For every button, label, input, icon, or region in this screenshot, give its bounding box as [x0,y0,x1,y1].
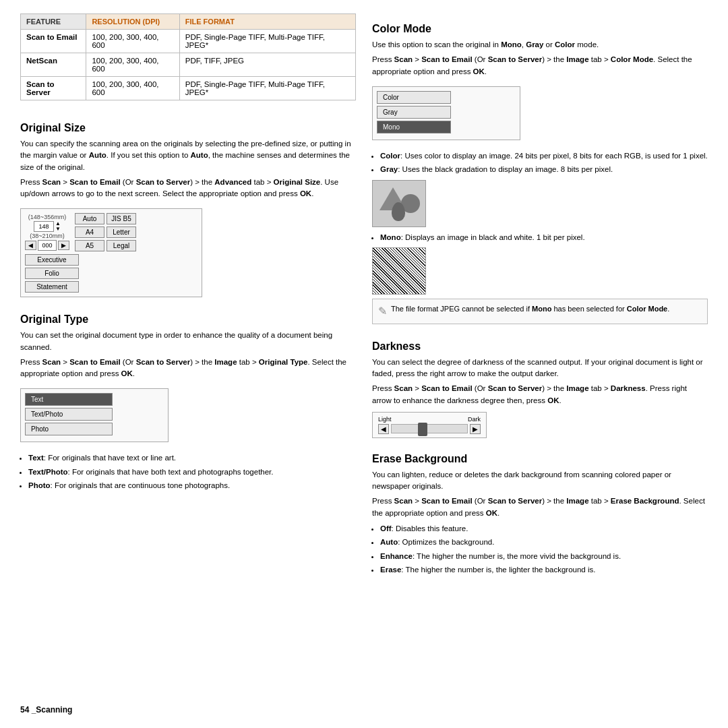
slider-thumb[interactable] [418,423,427,436]
row2-feature: NetScan [21,53,86,77]
slider-left-arrow[interactable]: ◀ [378,424,389,434]
darkness-body1: You can select the degree of darkness of… [372,357,708,380]
page-number: 54 _Scanning [20,705,72,715]
color-mode-mockup: Color Gray Mono [372,86,520,140]
color-mode-title: Color Mode [372,23,708,35]
original-type-mockup: Text Text/Photo Photo [20,388,169,442]
text-btn[interactable]: Text [25,393,113,406]
row1-resolution: 100, 200, 300, 400, 600 [86,30,179,53]
row3-format: PDF, Single-Page TIFF, Multi-Page TIFF, … [179,77,355,100]
mono-btn[interactable]: Mono [377,121,451,133]
slider-right-arrow[interactable]: ▶ [470,424,481,434]
row1-format: PDF, Single-Page TIFF, Multi-Page TIFF, … [179,30,355,53]
legal-btn[interactable]: Legal [107,240,136,251]
color-mode-bullets: Color: Uses color to display an image. 2… [380,150,708,176]
darkness-section: Darkness You can select the degree of da… [372,331,708,444]
letter-btn[interactable]: Letter [107,226,136,238]
original-size-section: Original Size You can specify the scanni… [20,113,356,304]
bullet-erase: Erase: The higher the number is, the lig… [380,564,708,576]
erase-bg-body2: Press Scan > Scan to Email (Or Scan to S… [372,495,708,519]
jisb5-btn[interactable]: JIS B5 [107,213,136,224]
original-size-body2: Press Scan > Scan to Email (Or Scan to S… [20,177,356,200]
original-type-section: Original Type You can set the original d… [20,304,356,495]
bullet-enhance: Enhance: The higher the number is, the m… [380,550,708,562]
a4-btn[interactable]: A4 [75,226,104,238]
gray-btn[interactable]: Gray [377,106,451,119]
bullet-mono: Mono: Displays an image in black and whi… [380,231,708,243]
text-photo-btn[interactable]: Text/Photo [25,408,113,421]
row1-feature: Scan to Email [21,30,86,53]
table-row: Scan to Server 100, 200, 300, 400, 600 P… [21,77,356,100]
table-row: Scan to Email 100, 200, 300, 400, 600 PD… [21,30,356,53]
note-box: ✎ The file format JPEG cannot be selecte… [372,299,708,324]
note-icon: ✎ [378,303,387,320]
light-label: Light [378,416,392,423]
nav-value: 000 [38,240,57,251]
color-mode-body2: Press Scan > Scan to Email (Or Scan to S… [372,54,708,78]
original-type-title: Original Type [20,313,356,326]
color-mode-section: Color Mode Use this option to scan the o… [372,13,708,331]
erase-bg-body1: You can lighten, reduce or deletes the d… [372,469,708,493]
col-format: FILE FORMAT [179,14,355,30]
darkness-mockup: Light Dark ◀ ▶ [372,412,487,438]
original-size-body1: You can specify the scanning area on the… [20,138,356,173]
original-size-mockup: (148~356mm) 148 ▲ ▼ (38~210mm) ◀ [20,208,202,297]
photo-btn[interactable]: Photo [25,423,113,435]
folio-btn[interactable]: Folio [25,268,79,279]
executive-btn[interactable]: Executive [25,254,79,266]
feature-table: FEATURE RESOLUTION (DPI) FILE FORMAT Sca… [20,13,356,100]
size-value: 148 [34,221,54,232]
slider-track [391,424,468,433]
bullet-off: Off: Disables this feature. [380,522,708,535]
darkness-body2: Press Scan > Scan to Email (Or Scan to S… [372,383,708,406]
color-mode-mono-bullet: Mono: Displays an image in black and whi… [380,231,708,243]
original-size-title: Original Size [20,122,356,134]
left-nav-btn[interactable]: ◀ [25,241,36,250]
bullet-photo: Photo: For originals that are continuous… [28,479,356,491]
original-type-body1: You can set the original document type i… [20,330,356,353]
size-range-label: (148~356mm) [28,214,66,220]
gray-image-placeholder [372,180,426,227]
erase-bg-title: Erase Background [372,453,708,465]
color-btn[interactable]: Color [377,91,451,104]
bullet-gray: Gray: Uses the black gradation to displa… [380,163,708,175]
row2-resolution: 100, 200, 300, 400, 600 [86,53,179,77]
color-mode-body1: Use this option to scan the original in … [372,39,708,51]
down-arrow-icon[interactable]: ▼ [55,226,61,232]
auto-btn[interactable]: Auto [75,213,104,224]
erase-bg-bullets: Off: Disables this feature. Auto: Optimi… [380,522,708,576]
row2-format: PDF, TIFF, JPEG [179,53,355,77]
table-row: NetScan 100, 200, 300, 400, 600 PDF, TIF… [21,53,356,77]
bullet-text-photo: Text/Photo: For originals that have both… [28,466,356,478]
bullet-auto: Auto: Optimizes the background. [380,536,708,548]
col-resolution: RESOLUTION (DPI) [86,14,179,30]
bullet-color: Color: Uses color to display an image. 2… [380,150,708,162]
mono-image-placeholder [372,247,426,295]
original-type-body2: Press Scan > Scan to Email (Or Scan to S… [20,357,356,380]
right-nav-btn[interactable]: ▶ [58,241,69,250]
row3-feature: Scan to Server [21,77,86,100]
erase-background-section: Erase Background You can lighten, reduce… [372,444,708,580]
darkness-title: Darkness [372,340,708,353]
page-footer: 54 _Scanning [20,698,708,715]
statement-btn[interactable]: Statement [25,281,79,293]
row3-resolution: 100, 200, 300, 400, 600 [86,77,179,100]
page: FEATURE RESOLUTION (DPI) FILE FORMAT Sca… [0,0,728,728]
original-type-bullets: Text: For originals that have text or li… [28,452,356,491]
right-column: Color Mode Use this option to scan the o… [372,13,708,698]
left-column: FEATURE RESOLUTION (DPI) FILE FORMAT Sca… [20,13,356,698]
bottom-range-label: (38~210mm) [30,233,64,239]
note-text: The file format JPEG cannot be selected … [391,303,669,315]
dark-label: Dark [468,416,481,423]
a5-btn[interactable]: A5 [75,240,104,251]
col-feature: FEATURE [21,14,86,30]
bullet-text: Text: For originals that have text or li… [28,452,356,464]
